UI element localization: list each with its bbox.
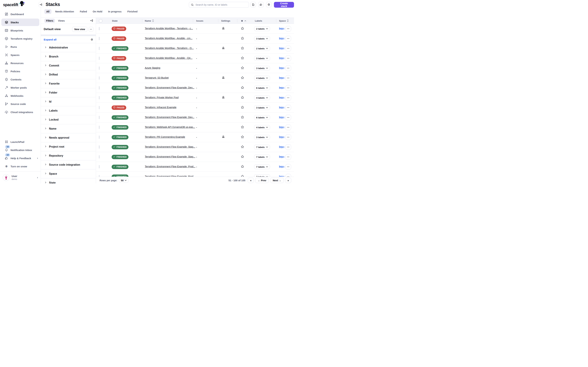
favorite-star-icon[interactable] xyxy=(241,96,244,100)
stack-name-link[interactable]: Terraform: Webhook API DynamoDB us-eas..… xyxy=(145,126,195,128)
sidebar-item-dashboard[interactable]: Dashboard xyxy=(0,10,41,18)
row-checkbox[interactable] xyxy=(99,155,99,158)
logo[interactable]: spacelift xyxy=(0,0,41,9)
row-more-button[interactable]: ••• xyxy=(286,65,291,71)
tab-all[interactable]: All xyxy=(44,9,51,14)
sidebar-item-spaces[interactable]: Spaces xyxy=(0,51,41,59)
space-link[interactable]: legacy xyxy=(279,76,286,79)
row-checkbox[interactable] xyxy=(99,27,99,30)
create-stack-button[interactable]: Create stack xyxy=(274,2,294,8)
row-more-button[interactable]: ••• xyxy=(286,36,291,41)
stack-name-link[interactable]: Terraform Ansible Workflow - Ansible - c… xyxy=(145,37,193,40)
favorite-star-icon[interactable] xyxy=(241,26,244,31)
favorite-star-icon[interactable] xyxy=(241,66,244,70)
sidebar-item-blueprints[interactable]: Blueprints xyxy=(0,26,41,34)
sidebar-item-terraform-registry[interactable]: Terraform registry xyxy=(0,34,41,43)
favorite-star-icon[interactable] xyxy=(241,36,244,41)
space-link[interactable]: legacy xyxy=(279,106,286,109)
view-more-button[interactable]: ••• xyxy=(89,27,93,32)
labels-dropdown[interactable]: 3 labels xyxy=(254,135,270,140)
sidebar-item-runs[interactable]: Runs xyxy=(0,43,41,51)
prev-page-button[interactable]: ← Prev xyxy=(255,178,269,183)
column-favorite[interactable] xyxy=(241,18,246,24)
stack-name-link[interactable]: Terraform: Environment Flow Example: Sta… xyxy=(145,145,195,148)
filter-category-repository[interactable]: Repository xyxy=(41,151,96,160)
column-state[interactable]: State xyxy=(112,18,118,24)
sidebar-item-help-feedback[interactable]: Help & Feedback 10› xyxy=(0,154,41,162)
row-more-button[interactable]: ••• xyxy=(286,55,291,61)
space-link[interactable]: legacy xyxy=(279,145,286,148)
labels-dropdown[interactable]: 4 labels xyxy=(254,95,270,100)
stack-name-link[interactable]: Terraform: Environment Flow Example: Dev… xyxy=(145,86,194,89)
column-settings[interactable]: Settings xyxy=(221,18,230,24)
row-checkbox[interactable] xyxy=(99,57,99,60)
space-link[interactable]: legacy xyxy=(279,27,286,30)
favorite-star-icon[interactable] xyxy=(241,86,244,90)
sidebar-item-resources[interactable]: Resources xyxy=(0,59,41,67)
tab-finished[interactable]: Finished xyxy=(125,9,139,14)
labels-dropdown[interactable]: 2 labels xyxy=(254,46,270,51)
space-link[interactable]: legacy xyxy=(279,135,286,138)
filter-category-labels[interactable]: Labels xyxy=(41,106,96,115)
space-link[interactable]: legacy xyxy=(279,67,286,69)
space-link[interactable]: legacy xyxy=(279,155,286,158)
stack-name-link[interactable]: Terraform: Environment Flow Example: Dev… xyxy=(145,116,194,118)
row-more-button[interactable]: ••• xyxy=(286,46,291,51)
row-checkbox[interactable] xyxy=(99,86,99,90)
sidebar-item-worker-pools[interactable]: Worker pools xyxy=(0,83,41,92)
favorite-star-icon[interactable] xyxy=(241,46,244,51)
column-name[interactable]: Name xyxy=(145,18,154,24)
filter-category-commit[interactable]: Commit xyxy=(41,61,96,70)
space-link[interactable]: legacy xyxy=(279,165,286,168)
sidebar-item-turn-on-snow[interactable]: ❄ Turn on snow xyxy=(0,162,41,170)
select-all-checkbox[interactable] xyxy=(99,19,102,22)
row-checkbox[interactable] xyxy=(99,145,99,149)
filter-category-locked[interactable]: Locked xyxy=(41,115,96,124)
row-checkbox[interactable] xyxy=(99,76,99,80)
row-more-button[interactable]: ••• xyxy=(286,95,291,100)
labels-dropdown[interactable]: 3 labels xyxy=(254,56,270,60)
filter-category-branch[interactable]: Branch xyxy=(41,52,96,61)
user-menu[interactable]: User demo › xyxy=(0,171,41,184)
filter-category-source-code-integration[interactable]: Source code integration xyxy=(41,160,96,169)
filter-settings-gear-icon[interactable]: ⚙ xyxy=(91,38,93,41)
filter-category-needs-approval[interactable]: Needs approval xyxy=(41,133,96,142)
tab-on-hold[interactable]: On Hold xyxy=(91,9,104,14)
space-link[interactable]: legacy xyxy=(279,86,286,89)
favorite-star-icon[interactable] xyxy=(241,125,244,130)
new-view-button[interactable]: New view xyxy=(72,27,87,32)
sidebar-item-notification-inbox[interactable]: Notification Inbox 16 xyxy=(0,146,41,154)
labels-dropdown[interactable]: 4 labels xyxy=(254,125,270,130)
favorite-star-icon[interactable] xyxy=(241,76,244,80)
stack-name-link[interactable]: Terraform: Infracost Example xyxy=(145,106,176,109)
tab-in-progress[interactable]: In progress xyxy=(106,9,123,14)
filter-category-id[interactable]: Id xyxy=(41,97,96,106)
row-checkbox[interactable] xyxy=(99,47,99,50)
filter-category-project-root[interactable]: Project root xyxy=(41,142,96,151)
row-more-button[interactable]: ••• xyxy=(286,85,291,91)
favorite-star-icon[interactable] xyxy=(241,145,244,149)
tab-failed[interactable]: Failed xyxy=(78,9,89,14)
labels-dropdown[interactable]: 7 labels xyxy=(254,155,270,159)
filter-category-space[interactable]: Space xyxy=(41,169,96,178)
row-checkbox[interactable] xyxy=(99,116,99,119)
sidebar-item-cloud-integrations[interactable]: Cloud integrations xyxy=(0,108,41,116)
space-link[interactable]: legacy xyxy=(279,126,286,128)
stack-name-link[interactable]: Terraform Ansible Workflow - Ansible - Q… xyxy=(145,57,193,59)
row-more-button[interactable]: ••• xyxy=(286,125,291,130)
filter-category-favorite[interactable]: Favorite xyxy=(41,79,96,88)
column-issues[interactable]: Issues xyxy=(196,18,203,24)
row-checkbox[interactable] xyxy=(99,37,99,40)
row-more-button[interactable]: ••• xyxy=(286,154,291,160)
row-more-button[interactable]: ••• xyxy=(286,26,291,32)
filter-category-drifted[interactable]: Drifted xyxy=(41,70,96,79)
tab-filters[interactable]: Filters xyxy=(44,19,55,23)
column-labels[interactable]: Labels xyxy=(255,18,262,24)
space-link[interactable]: legacy xyxy=(279,47,286,50)
stack-name-link[interactable]: Azure Staging xyxy=(145,67,160,69)
row-more-button[interactable]: ••• xyxy=(286,134,291,140)
filter-category-administrative[interactable]: Administrative xyxy=(41,43,96,52)
panel-collapse-icon[interactable] xyxy=(90,19,93,23)
sidebar-item-contexts[interactable]: Contexts xyxy=(0,75,41,83)
expand-all-link[interactable]: Expand all xyxy=(44,38,57,41)
